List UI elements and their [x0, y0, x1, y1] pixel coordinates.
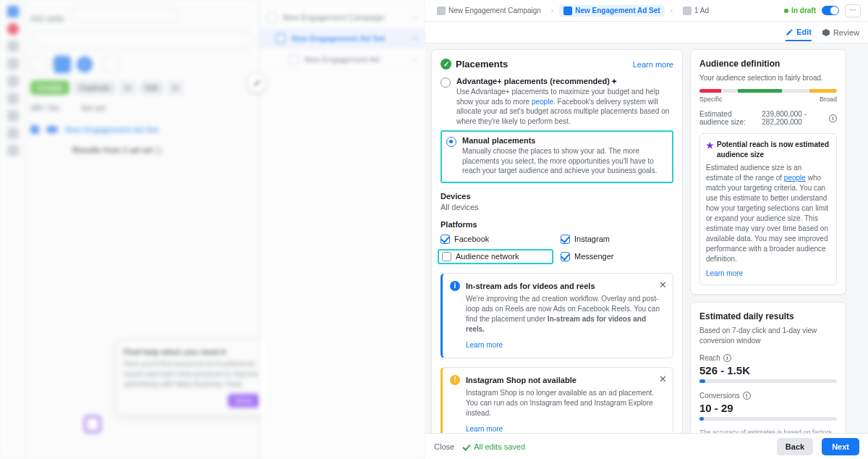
reach-box-body: Estimated audience size is an estimate o… — [706, 163, 830, 264]
draft-status: In draft — [784, 7, 816, 14]
close-icon[interactable]: ✕ — [659, 374, 667, 384]
instream-learn-more-link[interactable]: Learn more — [466, 340, 503, 350]
folder-icon — [437, 7, 446, 15]
chevron-right-icon: › — [671, 7, 673, 14]
tab-review[interactable]: Review — [822, 28, 859, 37]
left-blurred-panel: Ad sets 1 Create Duplicate ▾ Edit ▾ Off … — [0, 0, 259, 459]
close-button[interactable]: Close — [434, 442, 454, 451]
info-icon[interactable]: i — [723, 354, 731, 362]
close-icon[interactable]: ✕ — [659, 279, 667, 290]
potential-reach-info-box: ★Potential reach is now estimated audien… — [699, 133, 837, 285]
instagram-shop-notice: ! Instagram Shop not available Instagram… — [441, 367, 673, 442]
shop-body: Instagram Shop is no longer available as… — [466, 389, 654, 417]
edit-review-tabs: Edit Review — [425, 22, 868, 43]
info-icon[interactable]: i — [743, 392, 751, 400]
sparkle-icon: ✦ — [611, 77, 617, 85]
reach-learn-more-link[interactable]: Learn more — [706, 269, 743, 277]
check-circle-icon: ✓ — [441, 59, 451, 70]
check-icon — [463, 442, 471, 450]
pencil-icon — [786, 28, 793, 36]
audience-network-highlight: Audience network — [438, 249, 553, 264]
review-icon — [822, 28, 830, 37]
broad-label: Broad — [820, 96, 837, 103]
reach-bar — [699, 379, 837, 383]
platform-instagram-checkbox[interactable]: Instagram — [561, 235, 673, 244]
audience-definition-card: Audience definition Your audience select… — [690, 49, 846, 295]
platform-facebook-checkbox[interactable]: Facebook — [441, 235, 553, 244]
reach-box-title: Potential reach is now estimated audienc… — [717, 140, 830, 160]
daily-sub: Based on 7-day click and 1-day view conv… — [699, 326, 837, 345]
audience-selection-text: Your audience selection is fairly broad. — [699, 73, 837, 83]
shop-title: Instagram Shop not available — [466, 375, 665, 386]
manual-placements-highlight: Manual placements Manually choose the pl… — [441, 130, 673, 183]
advantage-placements-radio[interactable]: Advantage+ placements (recommended)✦ Use… — [441, 77, 673, 126]
right-content-area: New Engagement Campaign › New Engagement… — [425, 0, 868, 459]
platforms-label: Platforms — [441, 220, 673, 229]
star-icon: ★ — [706, 140, 714, 152]
checkbox-icon — [442, 252, 451, 261]
conversions-label: Conversionsi — [699, 392, 837, 400]
platform-audience-network-checkbox[interactable]: Audience network — [442, 252, 549, 261]
instream-body: We're improving the ad creation workflow… — [466, 295, 660, 333]
instream-notice: i In-stream ads for videos and reels We'… — [441, 273, 673, 358]
chevron-right-icon: › — [551, 7, 553, 14]
people-link[interactable]: people — [784, 174, 806, 182]
info-icon[interactable]: i — [829, 114, 837, 122]
conversions-value: 10 - 29 — [699, 402, 837, 414]
instream-title: In-stream ads for videos and reels — [466, 281, 665, 292]
people-link[interactable]: people — [532, 98, 553, 106]
placements-card: ✓ Placements Learn more Advantage+ place… — [431, 49, 683, 459]
crumb-ad[interactable]: 1 Ad — [678, 5, 713, 17]
edits-saved-status: All edits saved — [463, 442, 525, 451]
next-button[interactable]: Next — [822, 438, 859, 455]
audience-spectrum — [699, 89, 837, 93]
reach-value: 526 - 1.5K — [699, 364, 837, 376]
placements-heading: ✓ Placements — [441, 59, 508, 70]
checkbox-icon — [561, 235, 570, 244]
checkbox-icon — [441, 235, 450, 244]
footer-bar: Close All edits saved Back Next — [425, 433, 868, 459]
manual-placements-radio[interactable]: Manual placements Manually choose the pl… — [446, 136, 668, 176]
checkbox-icon — [561, 252, 570, 261]
manual-desc: Manually choose the places to show your … — [462, 146, 668, 176]
status-toggle[interactable] — [822, 6, 839, 15]
radio-icon — [441, 77, 451, 88]
daily-title: Estimated daily results — [699, 311, 837, 321]
warning-icon: ! — [450, 375, 460, 385]
adset-icon — [563, 7, 572, 15]
devices-value: All devices — [441, 203, 673, 211]
estimated-size-row: Estimated audience size: 239,800,000 - 2… — [699, 110, 837, 126]
audience-title: Audience definition — [699, 59, 837, 69]
platform-messenger-checkbox[interactable]: Messenger — [561, 249, 673, 264]
advantage-title: Advantage+ placements (recommended) — [456, 77, 610, 85]
crumb-adset[interactable]: New Engagement Ad Set — [559, 5, 664, 17]
advantage-desc: Use Advantage+ placements to maximize yo… — [456, 87, 673, 126]
radio-icon — [446, 137, 456, 147]
specific-label: Specific — [699, 96, 723, 103]
breadcrumb-bar: New Engagement Campaign › New Engagement… — [425, 0, 868, 22]
devices-label: Devices — [441, 192, 673, 201]
middle-structure-panel: New Engagement Campaign··· New Engagemen… — [259, 0, 425, 459]
ad-icon — [683, 7, 692, 15]
ad-sets-label: Ad sets — [30, 13, 64, 24]
learn-more-link[interactable]: Learn more — [633, 60, 673, 69]
conversions-bar — [699, 417, 837, 421]
back-button[interactable]: Back — [777, 438, 813, 455]
manual-title: Manual placements — [462, 136, 668, 145]
tab-edit[interactable]: Edit — [786, 28, 812, 41]
crumb-campaign[interactable]: New Engagement Campaign — [433, 5, 545, 17]
reach-label: Reachi — [699, 354, 837, 362]
info-icon: i — [450, 281, 460, 291]
more-menu-button[interactable]: ··· — [845, 4, 861, 17]
